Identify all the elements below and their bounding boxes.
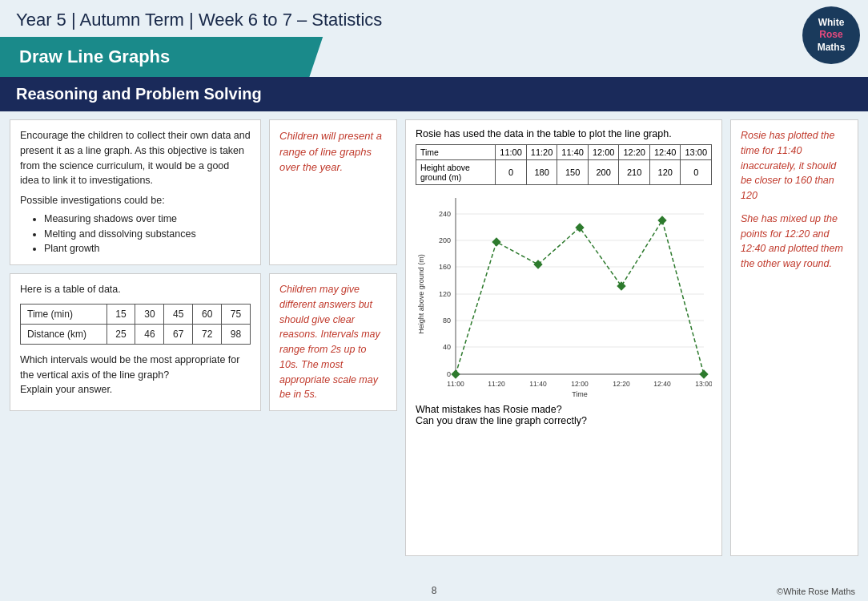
svg-text:Height above ground (m): Height above ground (m) (417, 254, 425, 334)
right-answer-card: Rosie has plotted the time for 11:40 ina… (730, 119, 858, 556)
svg-text:11:40: 11:40 (529, 380, 547, 388)
top-left-text: Encourage the children to collect their … (20, 128, 251, 188)
top-left-bullets: Measuring shadows over time Melting and … (20, 212, 251, 256)
svg-rect-26 (492, 237, 500, 246)
svg-text:13:00: 13:00 (695, 380, 712, 388)
svg-text:Time: Time (572, 390, 588, 398)
section-title: Reasoning and Problem Solving (0, 77, 868, 111)
bullet-2: Melting and dissolving substances (44, 227, 251, 242)
bottom-left-card: Here is a table of data. Time (min)15304… (10, 273, 261, 411)
section-title-text: Reasoning and Problem Solving (16, 85, 262, 103)
svg-rect-31 (699, 369, 708, 378)
right-question1: What mistakes has Rosie made? (416, 404, 712, 415)
right-answer-para2: She has mixed up the points for 12:20 an… (741, 212, 848, 272)
title-band-text: Draw Line Graphs (19, 46, 170, 67)
svg-text:40: 40 (443, 343, 451, 351)
top-right-text: Children will present a range of line gr… (279, 128, 387, 175)
bottom-left-question2: Explain your answer. (20, 382, 251, 397)
svg-text:12:20: 12:20 (613, 380, 630, 388)
main-content: Encourage the children to collect their … (0, 111, 868, 564)
title-band: Draw Line Graphs (0, 37, 336, 77)
left-column: Encourage the children to collect their … (10, 119, 397, 556)
chart-container: Height above ground (m) 0 40 80 120 160 (416, 190, 712, 401)
line-graph: Height above ground (m) 0 40 80 120 160 (416, 190, 712, 398)
svg-text:80: 80 (443, 317, 451, 325)
top-left-subtext: Possible investigations could be: (20, 193, 251, 208)
bottom-row: Here is a table of data. Time (min)15304… (10, 273, 397, 411)
svg-text:160: 160 (439, 263, 451, 271)
footer: 8 (0, 585, 868, 596)
svg-rect-28 (575, 223, 584, 232)
svg-text:240: 240 (439, 210, 451, 218)
bottom-left-question: Which intervals would be the most approp… (20, 353, 251, 383)
top-right-card: Children will present a range of line gr… (269, 119, 397, 265)
svg-text:12:40: 12:40 (653, 380, 671, 388)
svg-text:11:20: 11:20 (488, 380, 505, 388)
copyright: ©White Rose Maths (777, 587, 855, 596)
bottom-left-intro: Here is a table of data. (20, 282, 251, 297)
logo-white: White (818, 17, 845, 30)
svg-rect-27 (533, 260, 542, 268)
logo: White Rose Maths (802, 6, 860, 64)
top-left-card: Encourage the children to collect their … (10, 119, 261, 265)
logo-maths: Maths (818, 42, 846, 54)
logo-rose: Rose (819, 29, 842, 42)
data-table: Time (min)1530456075Distance (km)2546677… (20, 304, 251, 345)
svg-rect-29 (617, 281, 625, 290)
svg-rect-25 (451, 369, 460, 378)
svg-rect-30 (657, 216, 666, 224)
svg-text:200: 200 (439, 236, 451, 244)
graph-data-table: Time11:0011:2011:4012:0012:2012:4013:00H… (416, 144, 712, 185)
header: Year 5 | Autumn Term | Week 6 to 7 – Sta… (0, 0, 868, 37)
header-title: Year 5 | Autumn Term | Week 6 to 7 – Sta… (16, 10, 382, 30)
right-column: Rosie has used the data in the table to … (405, 119, 858, 556)
top-row: Encourage the children to collect their … (10, 119, 397, 265)
bullet-1: Measuring shadows over time (44, 212, 251, 227)
footer-right: ©White Rose Maths (777, 587, 855, 596)
svg-text:120: 120 (439, 290, 451, 298)
bullet-3: Plant growth (44, 241, 251, 256)
right-main-card: Rosie has used the data in the table to … (405, 119, 722, 556)
right-answer-para1: Rosie has plotted the time for 11:40 ina… (741, 128, 848, 204)
right-question2: Can you draw the line graph correctly? (416, 415, 712, 426)
right-intro: Rosie has used the data in the table to … (416, 128, 712, 139)
bottom-right-card: Children may give different answers but … (269, 273, 397, 411)
bottom-right-text: Children may give different answers but … (279, 282, 387, 402)
svg-text:12:00: 12:00 (571, 380, 589, 388)
svg-text:0: 0 (447, 370, 451, 378)
page-number: 8 (432, 585, 437, 596)
svg-text:11:00: 11:00 (447, 380, 464, 388)
